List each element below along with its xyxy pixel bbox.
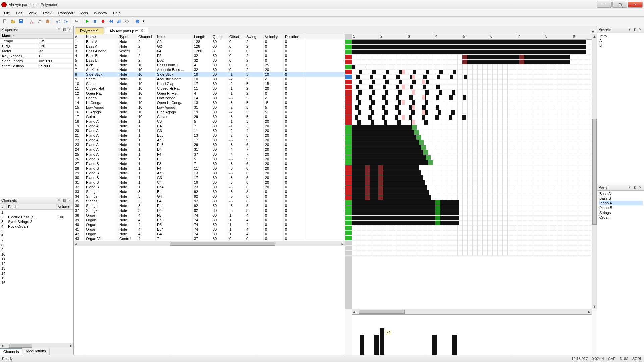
track-row[interactable]: 3Bass A bendWheel264128030000 bbox=[74, 49, 345, 53]
grid-row[interactable] bbox=[352, 160, 592, 165]
grid-row[interactable] bbox=[352, 110, 592, 115]
grid-row[interactable] bbox=[352, 80, 592, 85]
track-row[interactable]: 17GuiroNote10Claves2930-3500 bbox=[74, 114, 345, 119]
property-row[interactable]: Meter32 bbox=[0, 49, 73, 54]
track-row[interactable]: 33StringsNote3Bb49230-5800 bbox=[74, 189, 345, 194]
track-col-header[interactable]: Channel bbox=[137, 34, 156, 39]
track-row[interactable]: 6KickNote10Bass Drum 143000250 bbox=[74, 63, 345, 67]
mute-cell[interactable] bbox=[345, 210, 352, 216]
channels-tab[interactable]: Modulations bbox=[22, 348, 49, 355]
close-icon[interactable]: ✕ bbox=[638, 27, 643, 32]
channel-row[interactable]: 5 bbox=[0, 229, 73, 233]
copy-icon[interactable] bbox=[36, 18, 43, 25]
grid-row[interactable] bbox=[352, 75, 592, 80]
channel-row[interactable]: 4Rock Organ bbox=[0, 224, 73, 229]
mute-cell[interactable] bbox=[345, 130, 352, 135]
track-row[interactable]: 25Piano ANote1F43730-47200 bbox=[74, 152, 345, 157]
mute-cell[interactable] bbox=[345, 231, 352, 236]
track-row[interactable]: 24Piano ANote1D43130-47200 bbox=[74, 147, 345, 152]
play-icon[interactable] bbox=[83, 18, 91, 25]
record-icon[interactable] bbox=[99, 18, 107, 25]
mute-cell[interactable] bbox=[345, 85, 352, 90]
track-row[interactable]: 22Piano ANote1Ab31730-36200 bbox=[74, 138, 345, 142]
menu-edit[interactable]: Edit bbox=[13, 10, 25, 16]
grid-row[interactable] bbox=[352, 135, 592, 140]
track-table-scrollbar[interactable]: ◄► bbox=[74, 241, 345, 246]
chevron-down-icon[interactable]: ▼ bbox=[627, 27, 632, 32]
chevron-down-icon[interactable]: ▼ bbox=[627, 185, 632, 190]
mute-cell[interactable] bbox=[345, 40, 352, 45]
paste-icon[interactable] bbox=[44, 18, 51, 25]
track-row[interactable]: 32Piano BNote1Eb42330-36200 bbox=[74, 185, 345, 189]
property-row[interactable]: Key Signatu...C bbox=[0, 54, 73, 59]
track-row[interactable]: 16Hi AgogoNote10High Agogo1930-2550 bbox=[74, 110, 345, 114]
property-row[interactable]: Song Length00:10:00 bbox=[0, 59, 73, 64]
mute-cell[interactable] bbox=[345, 190, 352, 195]
mute-cell[interactable] bbox=[345, 185, 352, 190]
grid-row[interactable] bbox=[352, 55, 592, 60]
part-item[interactable]: Piano A bbox=[599, 201, 643, 205]
grid-row[interactable] bbox=[352, 40, 592, 45]
grid-row[interactable] bbox=[352, 125, 592, 130]
part-item[interactable]: Bass B bbox=[599, 196, 643, 201]
grid-row[interactable] bbox=[352, 155, 592, 160]
grid-row[interactable] bbox=[352, 185, 592, 190]
track-col-header[interactable]: Type bbox=[118, 34, 137, 39]
track-row[interactable]: 23Piano ANote1Eb32930-36200 bbox=[74, 142, 345, 147]
grid-row[interactable] bbox=[352, 120, 592, 125]
mute-cell[interactable] bbox=[345, 236, 352, 241]
channel-row[interactable]: 1 bbox=[0, 210, 73, 215]
mute-cell[interactable] bbox=[345, 205, 352, 210]
grid-row[interactable] bbox=[352, 170, 592, 175]
grid-row[interactable] bbox=[352, 221, 592, 226]
track-row[interactable]: 2Bass ANote2G2128300200 bbox=[74, 44, 345, 49]
track-col-header[interactable]: Swing bbox=[245, 34, 264, 39]
chevron-down-icon[interactable]: ▼ bbox=[57, 27, 61, 32]
mute-cell[interactable] bbox=[345, 110, 352, 115]
mute-cell[interactable] bbox=[345, 195, 352, 200]
minimize-button[interactable]: — bbox=[597, 2, 612, 8]
track-row[interactable]: 26Piano BNote1F2530-36200 bbox=[74, 157, 345, 161]
open-icon[interactable] bbox=[9, 18, 17, 25]
mute-cell[interactable] bbox=[345, 100, 352, 105]
mute-cell[interactable] bbox=[345, 95, 352, 100]
mute-cell[interactable] bbox=[345, 115, 352, 120]
menu-view[interactable]: View bbox=[26, 10, 39, 16]
undo-icon[interactable] bbox=[54, 18, 62, 25]
grid-row[interactable] bbox=[352, 200, 592, 205]
track-row[interactable]: 21Piano ANote1Bb31330-25200 bbox=[74, 133, 345, 138]
grid-row[interactable] bbox=[352, 65, 592, 70]
mute-cell[interactable] bbox=[345, 135, 352, 140]
grid-row[interactable] bbox=[352, 70, 592, 75]
channel-row[interactable]: 12 bbox=[0, 261, 73, 266]
doc-tab[interactable]: Ala Aye parts.plm✕ bbox=[105, 27, 148, 34]
track-row[interactable]: 28Piano BNote1F41130-36200 bbox=[74, 166, 345, 171]
track-row[interactable]: 14Hi CongaNote10Open Hi Conga1330-35-50 bbox=[74, 100, 345, 105]
grid-row[interactable] bbox=[352, 175, 592, 180]
track-row[interactable]: 8Side StickNote10Side Stick1930-13100 bbox=[74, 72, 345, 77]
track-col-header[interactable]: Duration bbox=[284, 34, 304, 39]
grid-row[interactable] bbox=[352, 165, 592, 170]
redo-icon[interactable] bbox=[62, 18, 70, 25]
grid-row[interactable] bbox=[352, 60, 592, 65]
part-item[interactable]: Bass A bbox=[599, 191, 643, 196]
property-row[interactable]: Start Position1:1:000 bbox=[0, 64, 73, 69]
cut-icon[interactable] bbox=[28, 18, 35, 25]
bars-icon[interactable] bbox=[115, 18, 123, 25]
part-item[interactable]: Strings bbox=[599, 210, 643, 215]
channels-col-header[interactable]: # bbox=[0, 204, 7, 209]
mute-cell[interactable] bbox=[345, 180, 352, 185]
channels-scrollbar[interactable]: ◄► bbox=[0, 343, 73, 348]
pause-icon[interactable] bbox=[91, 18, 99, 25]
mute-cell[interactable] bbox=[345, 150, 352, 155]
chevron-down-icon[interactable]: ▼ bbox=[57, 198, 61, 203]
property-row[interactable]: PPQ120 bbox=[0, 44, 73, 49]
mute-cell[interactable] bbox=[345, 246, 352, 251]
channel-row[interactable]: 6 bbox=[0, 233, 73, 238]
mute-cell[interactable] bbox=[345, 105, 352, 110]
track-row[interactable]: 36StringsNote3Eb49230-5800 bbox=[74, 203, 345, 208]
track-col-header[interactable]: Note bbox=[156, 34, 193, 39]
mute-cell[interactable] bbox=[345, 170, 352, 175]
mute-cell[interactable] bbox=[345, 55, 352, 60]
grid-row[interactable] bbox=[352, 210, 592, 216]
